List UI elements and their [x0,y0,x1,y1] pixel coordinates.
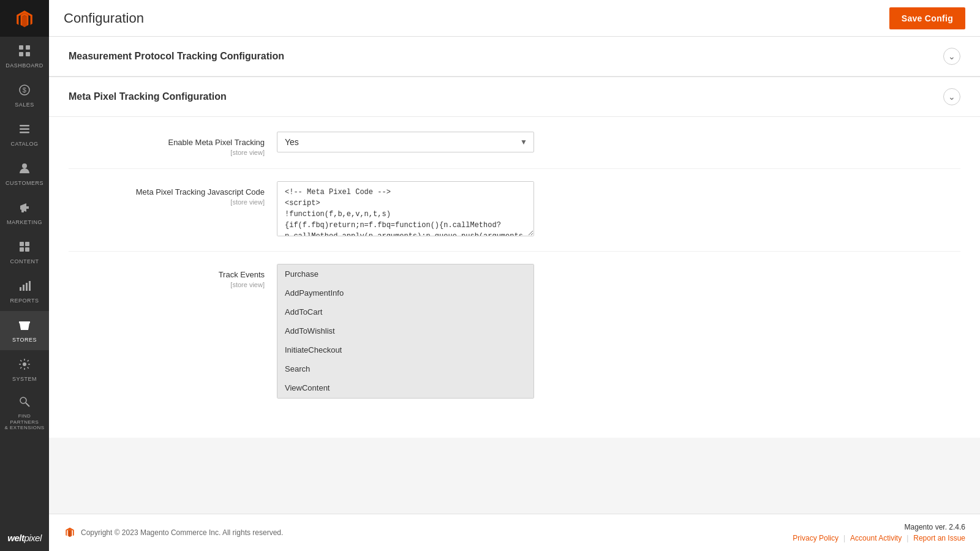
track-events-multiselect[interactable]: Purchase AddPaymentInfo AddToCart AddToW… [277,264,534,399]
svg-rect-18 [25,247,29,252]
track-events-option-viewcontent[interactable]: ViewContent [277,378,533,397]
dashboard-icon [18,45,31,60]
track-events-option-addtocart[interactable]: AddToCart [277,302,533,321]
sidebar: DASHBOARD $ SALES CATALOG CUSTOME [0,0,49,551]
meta-pixel-header[interactable]: Meta Pixel Tracking Configuration ⌄ [49,77,980,117]
svg-rect-9 [20,125,29,127]
customers-icon [18,162,31,178]
enable-tracking-label-sub: [store view] [69,149,265,156]
track-events-row: Track Events [store view] Purchase AddPa… [69,264,960,411]
svg-text:$: $ [23,86,27,94]
footer-copyright: Copyright © 2023 Magento Commerce Inc. A… [81,528,283,537]
footer-sep-2: | [907,534,908,542]
measurement-protocol-header[interactable]: Measurement Protocol Tracking Configurat… [49,37,980,77]
sidebar-item-find-partners[interactable]: FIND PARTNERS& EXTENSIONS [0,389,49,437]
enable-tracking-row: Enable Meta Pixel Tracking [store view] … [69,132,960,169]
svg-rect-23 [23,326,26,329]
sidebar-item-stores-label: STORES [12,337,37,343]
track-events-option-search[interactable]: Search [277,359,533,378]
content-icon [18,241,31,256]
meta-pixel-body: Enable Meta Pixel Tracking [store view] … [49,117,980,438]
svg-rect-20 [23,285,24,291]
sales-icon: $ [18,84,31,99]
js-code-label: Meta Pixel Tracking Javascript Code [sto… [69,181,277,206]
js-code-row: Meta Pixel Tracking Javascript Code [sto… [69,181,960,252]
sidebar-item-marketing[interactable]: MARKETING [0,193,49,233]
sidebar-item-catalog[interactable]: CATALOG [0,115,49,154]
sidebar-item-dashboard[interactable]: DASHBOARD [0,37,49,76]
sidebar-item-stores[interactable]: STORES [0,311,49,350]
track-events-label-main: Track Events [219,270,265,279]
footer-magento-version: Magento ver. 2.4.6 [793,523,965,531]
sidebar-item-customers-label: CUSTOMERS [6,180,43,186]
chevron-down-icon-2: ⌄ [948,92,956,102]
js-code-label-main: Meta Pixel Tracking Javascript Code [136,187,265,197]
sidebar-item-sales[interactable]: $ SALES [0,76,49,115]
sidebar-logo [0,0,49,37]
svg-marker-2 [23,15,26,27]
svg-rect-13 [26,206,29,209]
meta-pixel-toggle[interactable]: ⌄ [943,88,960,105]
content-area: Measurement Protocol Tracking Configurat… [49,37,980,514]
sidebar-item-system[interactable]: SYSTEM [0,350,49,389]
svg-rect-6 [26,52,30,56]
sidebar-item-sales-label: SALES [15,102,34,108]
js-code-label-sub: [store view] [69,198,265,206]
footer-left: Copyright © 2023 Magento Commerce Inc. A… [64,527,283,539]
sidebar-item-find-partners-label: FIND PARTNERS& EXTENSIONS [3,413,46,431]
svg-line-26 [26,403,29,407]
save-config-button[interactable]: Save Config [889,7,965,29]
sidebar-item-catalog-label: CATALOG [10,141,38,147]
svg-rect-14 [21,209,24,212]
track-events-option-purchase[interactable]: Purchase [277,264,533,283]
svg-rect-22 [29,281,31,291]
track-events-option-addpaymentinfo[interactable]: AddPaymentInfo [277,283,533,302]
track-events-option-viewcategory[interactable]: ViewCategory [277,397,533,399]
catalog-icon [18,123,31,138]
svg-rect-3 [19,45,23,50]
track-events-control: Purchase AddPaymentInfo AddToCart AddToW… [277,264,534,399]
page-title: Configuration [64,10,144,26]
reports-icon [18,280,31,295]
measurement-protocol-title: Measurement Protocol Tracking Configurat… [69,51,284,62]
enable-tracking-label-main: Enable Meta Pixel Tracking [168,138,265,147]
main-content: Configuration Save Config Measurement Pr… [49,0,980,551]
sidebar-item-customers[interactable]: CUSTOMERS [0,154,49,193]
meta-pixel-section: Meta Pixel Tracking Configuration ⌄ Enab… [49,77,980,438]
enable-tracking-label: Enable Meta Pixel Tracking [store view] [69,132,277,156]
meta-pixel-title: Meta Pixel Tracking Configuration [69,91,227,102]
sidebar-item-dashboard-label: DASHBOARD [6,62,43,69]
report-issue-link[interactable]: Report an Issue [913,534,965,542]
sidebar-item-marketing-label: MARKETING [7,219,42,225]
page-header: Configuration Save Config [49,0,980,37]
measurement-protocol-section: Measurement Protocol Tracking Configurat… [49,37,980,77]
account-activity-link[interactable]: Account Activity [850,534,902,542]
find-partners-icon [18,395,31,411]
svg-point-12 [22,163,27,168]
footer-links: Privacy Policy | Account Activity | Repo… [793,534,965,542]
weltpixel-brand: weltpixel [0,525,49,551]
enable-tracking-select[interactable]: Yes No [277,132,533,152]
svg-rect-11 [20,132,29,133]
magento-footer-logo [64,527,76,539]
track-events-option-initiatecheckout[interactable]: InitiateCheckout [277,340,533,359]
track-events-label-sub: [store view] [69,281,265,288]
svg-rect-21 [26,283,28,291]
stores-icon [18,319,31,334]
sidebar-item-content[interactable]: CONTENT [0,233,49,272]
js-code-textarea[interactable]: <!-- Meta Pixel Code --> <script> !funct… [277,181,534,236]
svg-rect-16 [25,242,29,246]
system-icon [18,358,31,373]
privacy-policy-link[interactable]: Privacy Policy [793,534,839,542]
footer-sep-1: | [843,534,845,542]
footer-right: Magento ver. 2.4.6 Privacy Policy | Acco… [793,523,965,542]
svg-marker-29 [69,530,70,537]
enable-tracking-select-wrapper: Yes No ▼ [277,132,534,152]
js-code-control: <!-- Meta Pixel Code --> <script> !funct… [277,181,534,239]
page-footer: Copyright © 2023 Magento Commerce Inc. A… [49,514,980,551]
track-events-option-addtowishlist[interactable]: AddToWishlist [277,321,533,340]
sidebar-item-reports[interactable]: REPORTS [0,272,49,311]
enable-tracking-control: Yes No ▼ [277,132,534,152]
measurement-protocol-toggle[interactable]: ⌄ [943,48,960,65]
track-events-label: Track Events [store view] [69,264,277,288]
